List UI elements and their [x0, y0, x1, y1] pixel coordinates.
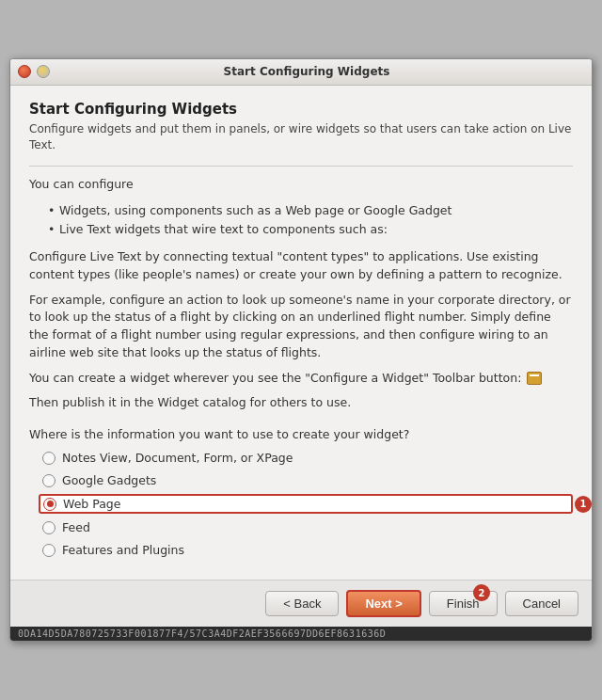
cancel-button[interactable]: Cancel	[505, 591, 578, 616]
minimize-button[interactable]	[37, 65, 50, 78]
para1: Configure Live Text by connecting textua…	[29, 248, 573, 284]
page-subtitle: Configure widgets and put them in panels…	[29, 121, 573, 153]
bullet-item-1: Widgets, using components such as a Web …	[48, 201, 573, 220]
main-window: Start Configuring Widgets Start Configur…	[9, 58, 593, 642]
radio-circle-5[interactable]	[42, 544, 55, 557]
radio-option-5[interactable]: Features and Plugins	[39, 541, 573, 559]
radio-label-5: Features and Plugins	[62, 543, 184, 557]
footer: 2 < Back Next > Finish Cancel	[10, 580, 592, 627]
radio-circle-1[interactable]	[42, 452, 55, 465]
page-title: Start Configuring Widgets	[29, 101, 573, 118]
radio-circle-3[interactable]	[43, 498, 56, 511]
radio-label-2: Google Gadgets	[62, 473, 156, 487]
para3a-text: You can create a widget wherever you see…	[29, 371, 521, 385]
titlebar-title: Start Configuring Widgets	[55, 65, 558, 78]
para3b: Then publish it in the Widget catalog fo…	[29, 394, 573, 412]
question-label: Where is the information you want to use…	[29, 427, 573, 441]
radio-label-1: Notes View, Document, Form, or XPage	[62, 451, 293, 465]
titlebar: Start Configuring Widgets	[10, 59, 592, 86]
radio-label-3: Web Page	[63, 497, 121, 511]
badge-1: 1	[575, 496, 592, 513]
radio-option-2[interactable]: Google Gadgets	[39, 471, 573, 489]
radio-option-4[interactable]: Feed	[39, 518, 573, 536]
para2: For example, configure an action to look…	[29, 292, 573, 362]
main-bullet-list: Widgets, using components such as a Web …	[48, 201, 573, 239]
toolbar-icon	[527, 372, 542, 385]
radio-option-1[interactable]: Notes View, Document, Form, or XPage	[39, 449, 573, 467]
radio-label-4: Feed	[62, 520, 90, 534]
radio-option-3[interactable]: Web Page 1	[39, 494, 573, 514]
bullet-item-2: Live Text widgets that wire text to comp…	[48, 220, 573, 239]
question-section: Where is the information you want to use…	[29, 427, 573, 559]
close-button[interactable]	[18, 65, 31, 78]
content-area: Start Configuring Widgets Configure widg…	[10, 86, 592, 580]
divider-1	[29, 166, 573, 167]
next-button[interactable]: Next >	[346, 590, 420, 617]
para3: You can create a widget wherever you see…	[29, 370, 573, 388]
hex-bar: 0DA14D5DA780725733F001877F4/57C3A4DF2AEF…	[10, 627, 592, 641]
radio-circle-2[interactable]	[42, 474, 55, 487]
you-can-configure-label: You can configure	[29, 176, 573, 194]
radio-group: Notes View, Document, Form, or XPage Goo…	[39, 449, 573, 559]
radio-circle-4[interactable]	[42, 521, 55, 534]
back-button[interactable]: < Back	[265, 591, 339, 616]
